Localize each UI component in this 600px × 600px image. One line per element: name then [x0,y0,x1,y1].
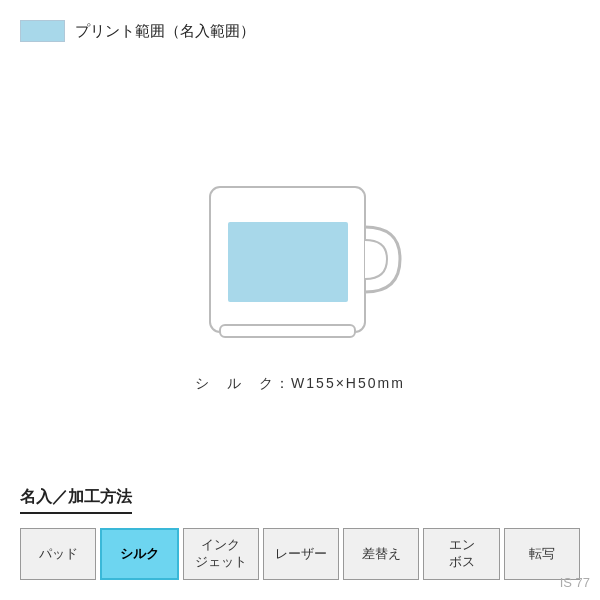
method-btn-inkjet[interactable]: インクジェット [183,528,259,580]
method-btn-tensha[interactable]: 転写 [504,528,580,580]
method-btn-sagikae[interactable]: 差替え [343,528,419,580]
mug-area: シ ル ク：W155×H50mm [20,62,580,477]
svg-rect-2 [228,222,348,302]
legend-row: プリント範囲（名入範囲） [20,20,580,42]
method-btn-laser[interactable]: レーザー [263,528,339,580]
legend-color-box [20,20,65,42]
page-container: プリント範囲（名入範囲） シ ル ク：W155×H50mm 名入／加工方法 パッ… [0,0,600,600]
legend-text: プリント範囲（名入範囲） [75,22,255,41]
bottom-section: 名入／加工方法 パッド シルク インクジェット レーザー 差替え エンボス 転写 [20,487,580,580]
method-title: 名入／加工方法 [20,487,132,514]
method-buttons: パッド シルク インクジェット レーザー 差替え エンボス 転写 [20,528,580,580]
method-btn-pad[interactable]: パッド [20,528,96,580]
method-btn-emboss[interactable]: エンボス [423,528,499,580]
svg-rect-1 [220,325,355,337]
mug-illustration [180,147,420,367]
watermark: IS 77 [560,575,590,590]
method-btn-silk[interactable]: シルク [100,528,178,580]
mug-label: シ ル ク：W155×H50mm [195,375,405,393]
